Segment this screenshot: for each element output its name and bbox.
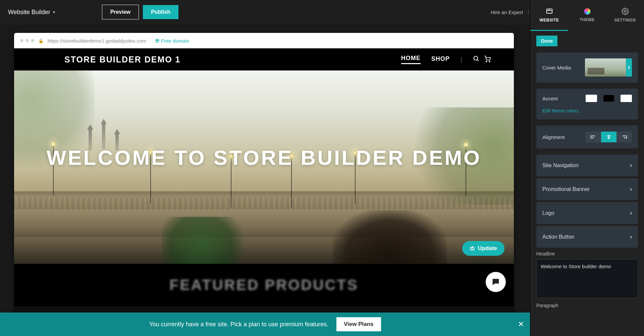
brand-dropdown[interactable]: Website Builder ▾ — [8, 9, 55, 16]
tab-theme-label: THEME — [580, 17, 595, 22]
align-center-icon — [606, 135, 612, 139]
section-action-button[interactable]: Action Button › — [536, 226, 638, 248]
align-left-icon — [590, 135, 596, 139]
svg-point-21 — [486, 61, 487, 62]
headline-input[interactable] — [536, 259, 638, 298]
chevron-right-icon: › — [630, 162, 632, 169]
chevron-right-icon — [626, 58, 632, 77]
section-promotional-banner[interactable]: Promotional Banner › — [536, 178, 638, 200]
svg-point-6 — [624, 10, 626, 12]
section-label: Site Navigation — [542, 162, 579, 169]
align-right-icon — [621, 135, 627, 139]
tab-settings[interactable]: SETTINGS — [606, 0, 644, 31]
right-panel: WEBSITE THEME SETTINGS Done Cover Media — [530, 0, 644, 336]
alignment-card: Alignment — [536, 126, 638, 148]
banner-text: You currently have a free site. Pick a p… — [149, 321, 328, 328]
svg-point-24 — [472, 248, 473, 249]
svg-line-20 — [477, 60, 479, 61]
close-icon[interactable]: ✕ — [518, 320, 524, 329]
preview-button[interactable]: Preview — [102, 5, 139, 19]
edit-theme-colors-link[interactable]: Edit theme colors — [536, 108, 638, 119]
free-domain-link[interactable]: Free domain — [155, 38, 189, 44]
lock-icon: 🔒 — [38, 38, 44, 43]
section-label: Logo — [542, 210, 554, 216]
separator: | — [461, 56, 462, 63]
site-title[interactable]: STORE BUILDER DEMO 1 — [64, 55, 181, 64]
align-left-button[interactable] — [586, 132, 601, 142]
section-site-navigation[interactable]: Site Navigation › — [536, 154, 638, 176]
cover-media-card: Cover Media — [536, 52, 638, 83]
address-bar: 🔒 https://storebuilderdemo1.godaddysites… — [14, 33, 514, 48]
tab-theme[interactable]: THEME — [568, 0, 606, 31]
hero-headline: WELCOME TO STORE BUILDER DEMO — [14, 146, 514, 170]
headline-field-label: Headline — [536, 251, 638, 256]
panel-tabs: WEBSITE THEME SETTINGS — [530, 0, 644, 31]
search-icon[interactable] — [473, 55, 480, 63]
update-label: Update — [478, 245, 497, 252]
chat-icon — [491, 277, 500, 287]
accent-swatch-2[interactable] — [603, 95, 614, 102]
svg-point-22 — [489, 61, 490, 62]
accent-swatch-3[interactable] — [621, 95, 632, 102]
hero-section[interactable]: WELCOME TO STORE BUILDER DEMO Update — [14, 70, 514, 264]
accent-swatches — [586, 95, 632, 102]
featured-products-section[interactable]: FEATURED PRODUCTS — [14, 264, 514, 306]
cover-thumbnail — [585, 58, 632, 77]
section-logo[interactable]: Logo › — [536, 202, 638, 224]
align-right-button[interactable] — [616, 132, 632, 142]
gear-icon — [622, 8, 629, 15]
theme-icon — [584, 8, 591, 15]
section-label: Promotional Banner — [542, 186, 590, 192]
traffic-dot — [25, 39, 29, 42]
align-center-button[interactable] — [601, 132, 616, 142]
tab-website-label: WEBSITE — [539, 18, 559, 22]
nav-home[interactable]: HOME — [401, 55, 421, 64]
publish-button[interactable]: Publish — [143, 5, 178, 19]
cover-media-label: Cover Media — [542, 65, 571, 70]
chevron-right-icon: › — [630, 186, 632, 193]
tab-settings-label: SETTINGS — [614, 18, 636, 22]
alignment-label: Alignment — [542, 134, 565, 140]
site-preview-canvas: 🔒 https://storebuilderdemo1.godaddysites… — [14, 33, 514, 314]
view-plans-button[interactable]: View Plans — [336, 317, 381, 331]
upgrade-banner: You currently have a free site. Pick a p… — [0, 313, 530, 336]
accent-swatch-1[interactable] — [586, 95, 597, 102]
camera-icon — [470, 246, 475, 251]
chat-fab[interactable] — [486, 272, 506, 292]
section-label: Action Button — [542, 234, 574, 240]
chevron-down-icon: ▾ — [53, 10, 55, 14]
accent-card: Accent Edit theme colors — [536, 89, 638, 119]
gift-icon — [155, 38, 160, 43]
nav-shop[interactable]: SHOP — [431, 55, 450, 64]
window-traffic-lights — [20, 39, 34, 42]
site-navigation: STORE BUILDER DEMO 1 HOME SHOP | — [14, 48, 514, 70]
alignment-buttons — [586, 132, 632, 142]
paragraph-field-label: Paragraph — [536, 303, 638, 308]
hire-expert-link[interactable]: Hire an Expert — [491, 9, 523, 15]
featured-title: FEATURED PRODUCTS — [169, 277, 358, 293]
done-button[interactable]: Done — [536, 36, 557, 46]
cover-media-picker[interactable] — [585, 58, 632, 77]
separator: | — [528, 9, 529, 15]
website-icon — [546, 8, 553, 15]
tab-website[interactable]: WEBSITE — [530, 0, 568, 31]
brand-label: Website Builder — [8, 9, 50, 16]
site-url: https://storebuilderdemo1.godaddysites.c… — [48, 38, 146, 44]
free-domain-label: Free domain — [161, 38, 189, 44]
chevron-right-icon: › — [630, 209, 632, 217]
cart-icon[interactable] — [484, 55, 491, 64]
traffic-dot — [20, 39, 23, 42]
accent-label: Accent — [542, 96, 558, 101]
traffic-dot — [31, 39, 34, 42]
chevron-right-icon: › — [630, 233, 632, 240]
svg-point-19 — [474, 56, 478, 60]
update-button[interactable]: Update — [462, 241, 504, 256]
